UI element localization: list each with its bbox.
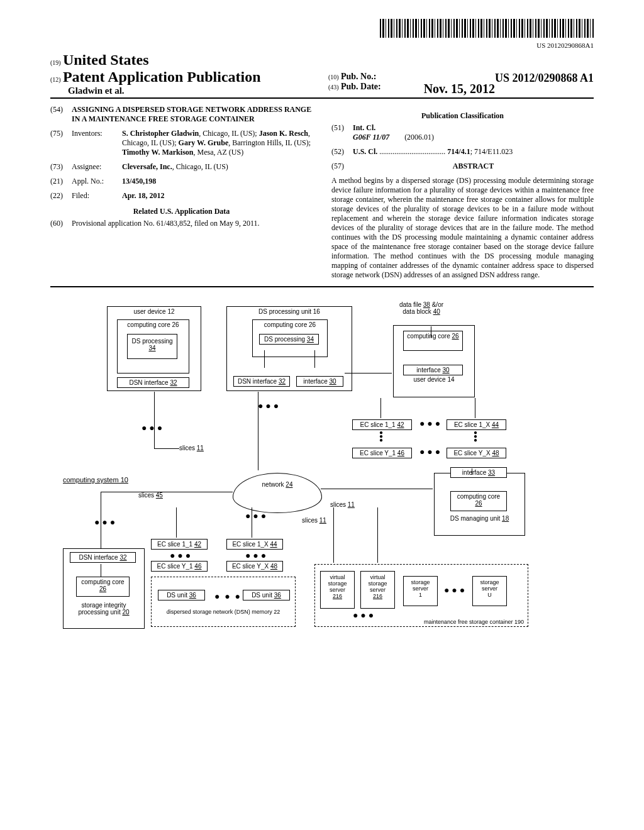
uscl: U.S. Cl. ...............................… [353,147,594,157]
arrow-9 [101,492,101,548]
storage-integrity-unit: DSN interface 32 computing core 26 stora… [63,548,145,629]
dots-5: ● ● ● [94,517,115,527]
dsn-interface-32-b: DSN interface 32 [233,376,290,387]
dsn-memory-22: DS unit 36 ● ● ● DS unit 36 dispersed st… [151,577,296,627]
vss-216-b: virtualstorageserver216 [360,571,395,609]
dsn-interface-32-a: DSN interface 32 [117,377,189,388]
arrow-7 [154,448,179,449]
pub-date-label: Pub. Date: [341,82,381,91]
dots-2: ● ● ● [419,446,440,456]
barcode-graphic [380,19,594,38]
arrow-14 [377,507,378,563]
mfsc-label: maintenance free storage container 190 [424,619,524,625]
uscl-label: U.S. Cl. [353,147,377,156]
arrow-11 [176,507,177,538]
arrow-4 [431,326,431,338]
arrow-12 [252,507,252,538]
pub-date: Nov. 15, 2012 [424,82,495,96]
dots-6: ● ● ● [170,550,191,560]
user-device-14: computing core 26 interface 30 user devi… [393,325,475,397]
intcl: Int. Cl. G06F 11/07 (2006.01) [353,123,594,142]
user-device-14-label: user device 14 [396,376,472,383]
storage-server-1: storageserver1 [403,576,438,606]
intcl-edition: (2006.01) [404,133,434,141]
abstract-label: ABSTRACT [353,162,594,171]
dots-1: ● ● ● [419,418,440,428]
applno-label: Appl. No.: [72,177,122,186]
applno-value: 13/450,198 [122,177,313,186]
arrow-3 [314,350,315,368]
barcode-block: US 20120290868A1 [50,19,594,49]
intcl-label: Int. Cl. [353,123,375,132]
ds-processing-34-b: DS processing 34 [259,334,319,345]
code-21: (21) [50,177,72,186]
data-file-label: data file 38 &/ordata block 40 [384,300,459,316]
arrow-15 [101,564,101,577]
vdots-2: ●●● [474,431,477,442]
arrow-2 [264,350,265,368]
arrow-8 [321,489,433,489]
code-75: (75) [50,129,72,157]
dsmu-label: DS managing unit 18 [437,515,522,522]
ec-slice-y-x-a: EC slice Y_X 48 [447,448,506,458]
ec-slice-y-1-b: EC slice Y_1 46 [151,561,208,572]
slices-45: slices 45 [138,492,163,499]
interface-33: interface 33 [450,467,507,478]
computing-core-26-c: computing core 26 [403,331,463,351]
provisional-value: Provisional application No. 61/483,852, … [72,219,313,228]
related-head: Related U.S. Application Data [50,207,313,216]
dots-7: ● ● ● [245,550,266,560]
vss-216-a: virtualstorageserver216 [320,571,355,609]
classification-head: Publication Classification [331,111,594,121]
dsn-mem-label: dispersed storage network (DSN) memory 2… [154,609,292,615]
dots-4: ● ● ● [245,511,266,521]
barcode-number: US 20120290868A1 [50,42,594,49]
code-12: (12) [50,76,61,83]
ds-processing-34-a: DS processing 34 [127,334,177,359]
code-54: (54) [50,105,72,124]
user-device-12-label: user device 12 [110,308,198,315]
arrow-6c [475,398,475,418]
computing-core-26-e: computing core 26 [76,577,130,597]
dots-10: ● ● ● [353,610,374,620]
arrow-6b [380,398,381,418]
ec-slice-y-x-b: EC slice Y_X 48 [226,561,283,572]
computing-system-label: computing system 10 [63,476,128,484]
slices-11-c: slices 11 [302,517,326,524]
code-60: (60) [50,219,72,228]
dsn-interface-32-c: DSN interface 32 [70,552,136,563]
storage-server-u: storageserverU [472,576,507,606]
dots-8: ● ● ● [214,591,240,601]
ds-unit-36-b: DS unit 36 [243,590,290,600]
intcl-class: G06F 11/07 [353,133,389,141]
abstract-text: A method begins by a dispersed storage (… [331,176,594,280]
inventors-label: Inventors: [72,129,122,157]
arrow-5 [154,392,155,448]
ec-slice-1-x-b: EC slice 1_X 44 [226,539,283,550]
computing-core-26-b: computing core 26 DS processing 34 [252,319,328,357]
bibliographic-data: (54) ASSIGNING A DISPERSED STORAGE NETWO… [50,105,594,287]
country: United States [63,52,149,68]
arrow-6 [258,392,258,470]
ec-slice-1-1-b: EC slice 1_1 42 [151,539,208,550]
cc26-label-b: computing core 26 [255,321,325,328]
code-19: (19) [50,59,61,66]
cc26-label-a: computing core 26 [120,321,186,328]
arrow-1 [345,373,392,374]
dsp16-label: DS processing unit 16 [230,308,349,315]
dots-3: ● ● ● [142,423,162,433]
dots-9: ● ● ● [444,585,465,595]
ec-slice-y-1-a: EC slice Y_1 46 [352,448,412,458]
interface-30-a: interface 30 [296,376,343,387]
assignee-label: Assignee: [72,162,122,172]
ds-unit-36-a: DS unit 36 [158,590,205,600]
filed-label: Filed: [72,191,122,201]
publication-type: Patent Application Publication [63,69,261,85]
code-43: (43) [328,84,339,91]
authors-header: Gladwin et al. [68,86,125,96]
ds-processing-unit-16: DS processing unit 16 computing core 26 … [226,306,352,391]
invention-title: ASSIGNING A DISPERSED STORAGE NETWORK AD… [72,105,313,124]
pub-no-label: Pub. No.: [341,72,376,81]
code-10: (10) [328,74,339,80]
dots-3b: ● ● ● [258,401,279,411]
